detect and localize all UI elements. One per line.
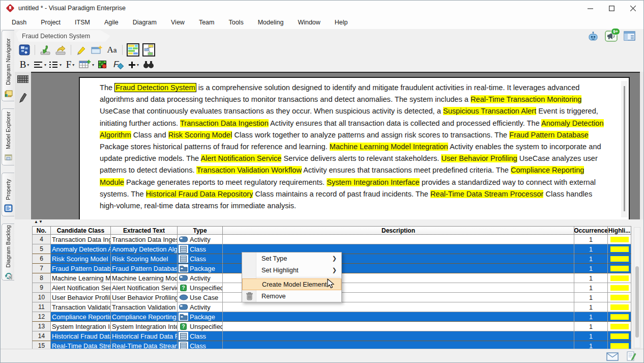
menu-itsm[interactable]: ITSM bbox=[68, 17, 97, 28]
row-number[interactable]: 5 bbox=[32, 244, 51, 254]
extracted-text-cell[interactable]: Anomaly Detection Algorithm bbox=[111, 244, 178, 254]
chevron-down-icon[interactable]: ▾ bbox=[60, 63, 62, 67]
type-cell[interactable]: Package bbox=[178, 312, 223, 322]
note-edit-icon[interactable] bbox=[627, 351, 636, 363]
highlighted-term[interactable]: System Integration Interface bbox=[327, 178, 420, 186]
export-button[interactable] bbox=[54, 43, 67, 57]
highlighted-term[interactable]: Fraud Pattern Database bbox=[509, 131, 589, 139]
type-cell[interactable]: ?Unspecified bbox=[178, 322, 223, 331]
new-window-button[interactable] bbox=[90, 43, 103, 57]
sidebar-tab-diagram-navigator[interactable]: Diagram Navigator bbox=[2, 30, 14, 101]
highlighted-term[interactable]: User Behavior Profiling bbox=[441, 154, 517, 162]
highlight-cell[interactable] bbox=[608, 312, 631, 322]
add-button[interactable]: ▾ bbox=[127, 58, 140, 71]
font-button[interactable]: F▾ bbox=[64, 58, 77, 71]
grid-table-icon[interactable] bbox=[17, 75, 29, 86]
color-palette-button[interactable] bbox=[96, 58, 109, 71]
analysis-text[interactable]: The Fraud Detection System is a comprehe… bbox=[80, 78, 620, 220]
row-number[interactable]: 12 bbox=[32, 312, 51, 322]
extracted-text-cell[interactable]: Historical Fraud Data Repository bbox=[111, 331, 178, 341]
table-scrollbar[interactable] bbox=[634, 227, 640, 348]
highlighted-term[interactable]: Suspicious Transaction Alert bbox=[443, 107, 536, 115]
chevron-down-icon[interactable]: ▾ bbox=[92, 63, 94, 67]
find-button[interactable] bbox=[142, 58, 155, 71]
extracted-text-cell[interactable]: Fraud Pattern Database bbox=[111, 264, 178, 273]
extracted-text-cell[interactable]: System Integration Interface bbox=[111, 322, 178, 331]
candidate-class-cell[interactable]: Fraud Pattern Database bbox=[51, 264, 111, 273]
candidate-class-cell[interactable]: User Behavior Profiling bbox=[51, 293, 111, 302]
highlight-color-swatch[interactable] bbox=[610, 275, 629, 281]
column-header-description[interactable]: Description bbox=[223, 226, 574, 235]
highlight-cell[interactable] bbox=[608, 322, 631, 331]
type-cell[interactable]: Package bbox=[178, 264, 223, 273]
description-cell[interactable] bbox=[223, 235, 574, 244]
menu-diagram[interactable]: Diagram bbox=[126, 17, 164, 28]
occurrence-cell[interactable]: 1 bbox=[574, 322, 608, 331]
highlight-color-swatch[interactable] bbox=[610, 324, 629, 329]
highlighted-term-selected[interactable]: Fraud Detection System bbox=[114, 83, 196, 92]
highlighted-term[interactable]: Alert Notification Service bbox=[201, 154, 282, 162]
highlight-color-swatch[interactable] bbox=[610, 246, 629, 252]
extracted-text-cell[interactable]: Alert Notification Service bbox=[111, 283, 178, 293]
text-scrollbar-thumb[interactable] bbox=[624, 86, 625, 211]
text-analysis-box[interactable]: The Fraud Detection System is a comprehe… bbox=[79, 77, 630, 221]
description-cell[interactable] bbox=[223, 322, 574, 331]
extracted-text-cell[interactable]: Transaction Validation Workflow bbox=[111, 302, 178, 312]
mail-icon[interactable] bbox=[606, 352, 619, 363]
insert-table-button[interactable]: ▾ bbox=[79, 58, 94, 71]
type-cell[interactable]: Activity bbox=[178, 273, 223, 283]
occurrence-cell[interactable]: 1 bbox=[574, 283, 608, 293]
highlight-cell[interactable] bbox=[608, 302, 631, 312]
type-cell[interactable]: Use Case bbox=[178, 293, 223, 302]
description-cell[interactable] bbox=[223, 302, 574, 312]
diagram-tab[interactable]: Fraud Detection System bbox=[16, 30, 110, 42]
bullet-list-button[interactable]: ▾ bbox=[48, 58, 62, 71]
highlight-cell[interactable] bbox=[608, 235, 631, 244]
minimize-button[interactable] bbox=[579, 1, 601, 16]
assistant-robot-icon[interactable] bbox=[587, 30, 600, 42]
menu-project[interactable]: Project bbox=[34, 17, 68, 28]
menu-help[interactable]: Help bbox=[328, 17, 355, 28]
description-cell[interactable] bbox=[223, 312, 574, 322]
highlight-color-swatch[interactable] bbox=[610, 304, 629, 310]
menu-agile[interactable]: Agile bbox=[97, 17, 126, 28]
extracted-text-cell[interactable]: Transaction Data Ingestion bbox=[111, 235, 178, 244]
sidebar-tab-property[interactable]: Property bbox=[2, 173, 14, 216]
text-scrollbar[interactable] bbox=[621, 81, 628, 217]
type-cell[interactable]: Class bbox=[178, 244, 223, 254]
highlight-color-swatch[interactable] bbox=[610, 343, 629, 349]
chevron-down-icon[interactable]: ▾ bbox=[137, 63, 139, 67]
highlight-color-swatch[interactable] bbox=[610, 333, 629, 339]
panel-splitter[interactable]: ▲▼ bbox=[15, 219, 643, 225]
highlighted-term[interactable]: Real-Time Data Stream Processor bbox=[430, 190, 543, 198]
close-button[interactable] bbox=[622, 1, 643, 16]
row-number[interactable]: 4 bbox=[32, 235, 51, 244]
highlighted-term[interactable]: Real-Time Transaction Monitoring bbox=[471, 95, 581, 103]
candidate-class-cell[interactable]: System Integration Interface bbox=[51, 322, 111, 331]
type-cell[interactable]: ?Unspecified bbox=[178, 283, 223, 293]
highlight-color-swatch[interactable] bbox=[610, 266, 629, 271]
highlight-color-swatch[interactable] bbox=[610, 314, 629, 320]
collapse-expand-icon[interactable]: ▲▼ bbox=[34, 219, 43, 224]
highlight-color-swatch[interactable] bbox=[610, 237, 629, 242]
column-header-type[interactable]: Type bbox=[178, 226, 223, 235]
chevron-down-icon[interactable]: ▾ bbox=[27, 63, 29, 67]
menu-modeling[interactable]: Modeling bbox=[251, 17, 291, 28]
type-cell[interactable]: Class bbox=[178, 254, 223, 264]
column-header-occurrence[interactable]: Occurrence bbox=[574, 226, 608, 235]
occurrence-cell[interactable]: 1 bbox=[574, 302, 608, 312]
column-header-candidateclass[interactable]: Candidate Class bbox=[51, 226, 111, 235]
type-cell[interactable]: Activity bbox=[178, 302, 223, 312]
menu-window[interactable]: Window bbox=[290, 17, 327, 28]
sidebar-tab-diagram-backlog[interactable]: Diagram Backlog bbox=[2, 224, 14, 281]
highlight-color-swatch[interactable] bbox=[610, 295, 629, 300]
font-style-button[interactable]: Aa bbox=[105, 43, 119, 57]
text-analysis-button[interactable] bbox=[126, 43, 140, 57]
diagram-view-button[interactable] bbox=[142, 43, 156, 57]
highlight-cell[interactable] bbox=[608, 254, 631, 264]
candidate-class-cell[interactable]: Transaction Validation Workflow bbox=[51, 302, 111, 312]
row-number[interactable]: 7 bbox=[32, 264, 51, 273]
formula-button[interactable]: F bbox=[111, 58, 125, 71]
menu-item-create-model-element[interactable]: Create Model Element bbox=[242, 278, 341, 290]
highlight-color-swatch[interactable] bbox=[610, 256, 629, 262]
